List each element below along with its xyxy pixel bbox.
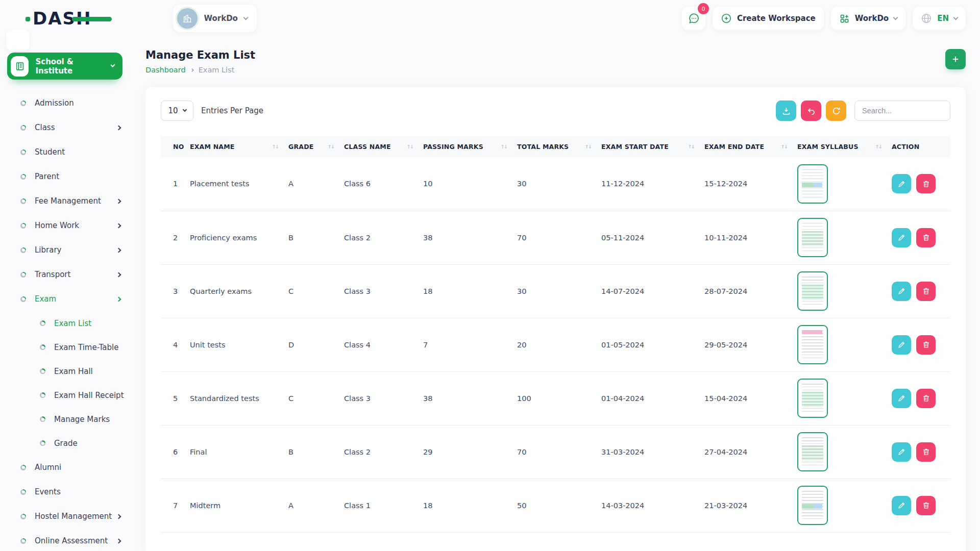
cell-class-name: Class 2 <box>344 425 423 479</box>
sidebar-item-hostel-management[interactable]: Hostel Management <box>7 504 129 529</box>
sidebar-item-admission[interactable]: Admission <box>7 91 129 115</box>
messages-button[interactable]: 0 <box>682 7 705 30</box>
main-content: Manage Exam List Dashboard Exam List 10 … <box>145 37 980 551</box>
syllabus-thumbnail[interactable] <box>797 218 828 257</box>
cell-grade: C <box>288 371 344 425</box>
sidebar-item-class[interactable]: Class <box>7 115 129 140</box>
sidebar-subitem-exam-hall[interactable]: Exam Hall <box>7 359 145 383</box>
syllabus-thumbnail[interactable] <box>797 486 828 525</box>
sidebar-item-events[interactable]: Events <box>7 480 129 504</box>
delete-button[interactable] <box>916 442 936 462</box>
cell-exam-name: Quarterly exams <box>190 264 288 318</box>
table-row: 3Quarterly examsCClass 3183014-07-202428… <box>161 264 950 318</box>
delete-button[interactable] <box>916 496 936 515</box>
sidebar-subitem-exam-list[interactable]: Exam List <box>7 311 145 335</box>
syllabus-thumbnail[interactable] <box>797 271 828 311</box>
workspace-avatar <box>177 8 198 29</box>
sidebar-item-online-assessment[interactable]: Online Assessment <box>7 529 129 551</box>
column-header-exam-end-date[interactable]: EXAM END DATE↑↓ <box>704 136 797 157</box>
delete-button[interactable] <box>916 174 936 193</box>
sidebar-subitem-manage-marks[interactable]: Manage Marks <box>7 407 145 431</box>
edit-button[interactable] <box>892 442 911 462</box>
table-row: 4Unit testsDClass 472001-05-202429-05-20… <box>161 318 950 371</box>
chevron-down-icon <box>953 15 959 20</box>
breadcrumb-dashboard-link[interactable]: Dashboard <box>145 66 186 74</box>
delete-button[interactable] <box>916 282 936 301</box>
column-label: GRADE <box>288 143 313 151</box>
language-selector[interactable]: EN <box>913 7 966 30</box>
edit-button[interactable] <box>892 389 911 408</box>
sidebar-item-transport[interactable]: Transport <box>7 262 129 287</box>
table-row: 6FinalBClass 2297031-03-202427-04-2024 <box>161 425 950 479</box>
edit-button[interactable] <box>892 335 911 355</box>
create-workspace-button[interactable]: Create Workspace <box>713 7 824 30</box>
menu-bullet-icon <box>20 247 26 253</box>
sidebar-subitem-exam-time-table[interactable]: Exam Time-Table <box>7 335 145 359</box>
sidebar-item-alumni[interactable]: Alumni <box>7 455 129 480</box>
dash-logo[interactable]: DASH <box>33 8 91 29</box>
column-header-class-name[interactable]: CLASS NAME↑↓ <box>344 136 423 157</box>
undo-icon <box>806 106 816 116</box>
cell-passing-marks: 7 <box>423 318 517 371</box>
edit-button[interactable] <box>892 228 911 247</box>
edit-button[interactable] <box>892 496 911 515</box>
cell-grade: A <box>288 157 344 211</box>
syllabus-thumbnail[interactable] <box>797 325 828 364</box>
edit-button[interactable] <box>892 174 911 193</box>
delete-button[interactable] <box>916 228 936 247</box>
add-exam-button[interactable] <box>945 49 966 69</box>
cell-action <box>892 479 950 532</box>
edit-button[interactable] <box>892 282 911 301</box>
undo-button[interactable] <box>801 101 821 121</box>
logo-bar <box>72 17 112 21</box>
export-button[interactable] <box>776 101 796 121</box>
menu-bullet-icon <box>20 149 26 155</box>
breadcrumb: Dashboard Exam List <box>145 66 255 74</box>
syllabus-thumbnail[interactable] <box>797 432 828 471</box>
sidebar-item-exam[interactable]: Exam <box>7 287 129 311</box>
menu-bullet-icon <box>20 125 26 131</box>
column-header-grade[interactable]: GRADE↑↓ <box>288 136 344 157</box>
entries-per-page-select[interactable]: 10 <box>161 101 193 121</box>
sidebar-toggle[interactable] <box>6 30 30 51</box>
sidebar-item-label: Admission <box>35 98 74 108</box>
breadcrumb-separator-icon <box>190 68 194 71</box>
sidebar-item-label: Exam <box>35 294 56 304</box>
cell-exam-syllabus <box>797 318 892 371</box>
search-input[interactable] <box>854 101 950 121</box>
column-header-total-marks[interactable]: TOTAL MARKS↑↓ <box>517 136 601 157</box>
delete-button[interactable] <box>916 335 936 355</box>
menu-bullet-icon <box>20 296 26 302</box>
menu-bullet-icon <box>20 272 26 278</box>
menu-bullet-icon <box>20 174 26 180</box>
table-body: 1Placement testsAClass 6103011-12-202415… <box>161 157 950 532</box>
menu-bullet-icon <box>20 465 26 470</box>
cell-action <box>892 157 950 211</box>
sidebar-item-fee-management[interactable]: Fee Management <box>7 189 129 213</box>
column-header-passing-marks[interactable]: PASSING MARKS↑↓ <box>423 136 517 157</box>
cell-action <box>892 211 950 264</box>
sidebar-item-home-work[interactable]: Home Work <box>7 213 129 238</box>
sidebar-item-library[interactable]: Library <box>7 238 129 262</box>
module-selector-button[interactable]: School & Institute <box>7 53 122 80</box>
column-header-exam-name[interactable]: EXAM NAME↑↓ <box>190 136 288 157</box>
column-header-exam-start-date[interactable]: EXAM START DATE↑↓ <box>601 136 704 157</box>
sidebar-item-student[interactable]: Student <box>7 140 129 164</box>
workdo-menu-button[interactable]: WorkDo <box>831 7 905 30</box>
syllabus-thumbnail[interactable] <box>797 164 828 204</box>
chevron-right-icon <box>116 272 121 277</box>
cell-total-marks: 30 <box>517 264 601 318</box>
trash-icon <box>922 180 930 188</box>
sidebar-subitem-exam-hall-receipt[interactable]: Exam Hall Receipt <box>7 383 145 407</box>
cell-no: 3 <box>161 264 190 318</box>
refresh-button[interactable] <box>826 101 846 121</box>
sidebar-subitem-grade[interactable]: Grade <box>7 431 145 455</box>
cell-exam-end-date: 21-03-2024 <box>704 479 797 532</box>
sidebar-item-parent[interactable]: Parent <box>7 164 129 189</box>
plus-circle-icon <box>721 13 732 24</box>
pencil-icon <box>897 180 906 188</box>
syllabus-thumbnail[interactable] <box>797 379 828 418</box>
workspace-selector[interactable]: WorkDo <box>173 5 256 32</box>
column-header-exam-syllabus[interactable]: EXAM SYLLABUS↑↓ <box>797 136 892 157</box>
delete-button[interactable] <box>916 389 936 408</box>
